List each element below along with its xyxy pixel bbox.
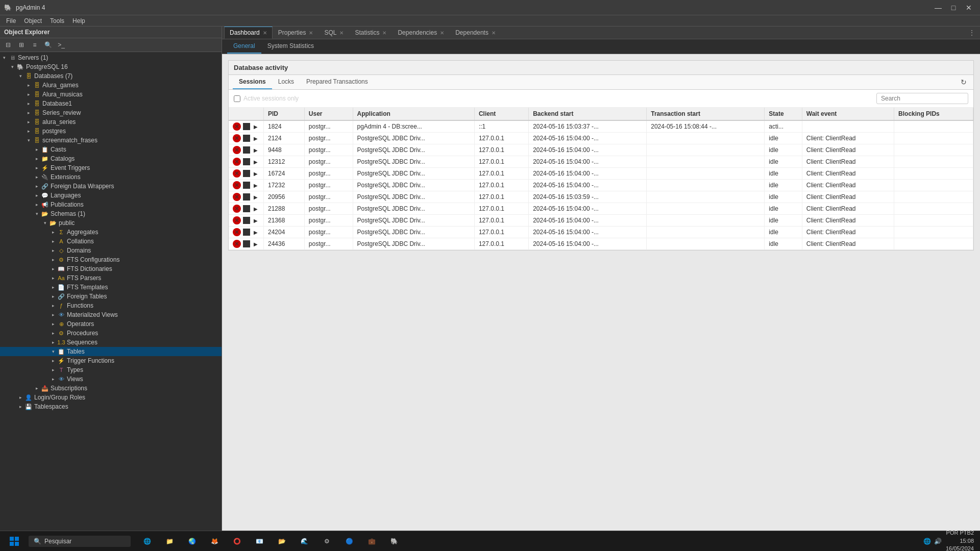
tree-node-servers[interactable]: ▾ 🖥 Servers (1) xyxy=(0,53,222,62)
tree-expander-fts_configurations[interactable]: ▸ xyxy=(49,256,57,264)
tab-dependencies[interactable]: Dependencies ✕ xyxy=(392,27,450,39)
cancel-button-1[interactable]: ■ xyxy=(243,135,250,142)
tree-expander-servers[interactable]: ▾ xyxy=(0,54,8,62)
tree-expander-public[interactable]: ▾ xyxy=(41,219,49,227)
tree-expander-domains[interactable]: ▸ xyxy=(49,246,57,255)
menu-tools[interactable]: Tools xyxy=(46,16,68,26)
tab-sql[interactable]: SQL ✕ xyxy=(318,27,349,39)
tree-expander-languages[interactable]: ▸ xyxy=(33,191,41,199)
tree-node-domains[interactable]: ▸ ◇ Domains xyxy=(0,246,222,255)
tab-properties-close[interactable]: ✕ xyxy=(309,30,313,36)
terminate-button-7[interactable]: ✕ xyxy=(233,205,241,213)
tree-node-databases[interactable]: ▾ 🗄 Databases (7) xyxy=(0,71,222,81)
tree-node-subscriptions[interactable]: ▸ 📥 Subscriptions xyxy=(0,384,222,393)
tab-dependents-close[interactable]: ✕ xyxy=(492,30,496,36)
tab-statistics-close[interactable]: ✕ xyxy=(382,30,386,36)
sub-tab-general[interactable]: General xyxy=(227,39,261,54)
tree-expander-publications[interactable]: ▸ xyxy=(33,201,41,209)
expand-button-7[interactable]: ▶ xyxy=(252,205,259,212)
tree-expander-sequences[interactable]: ▸ xyxy=(49,338,57,346)
tree-expander-pg16[interactable]: ▾ xyxy=(8,63,16,71)
tree-node-tables[interactable]: ▾ 📋 Tables xyxy=(0,347,222,356)
cancel-button-8[interactable]: ■ xyxy=(243,217,250,224)
expand-button-3[interactable]: ▶ xyxy=(252,158,259,165)
tree-node-materialized_views[interactable]: ▸ 👁 Materialized Views xyxy=(0,310,222,319)
taskbar-app-4[interactable]: 🦊 xyxy=(204,531,225,552)
terminate-button-2[interactable]: ✕ xyxy=(233,146,241,154)
tree-node-trigger_functions[interactable]: ▸ ⚡ Trigger Functions xyxy=(0,356,222,365)
terminate-button-1[interactable]: ✕ xyxy=(233,134,241,142)
close-button[interactable]: ✕ xyxy=(962,3,976,13)
start-button[interactable] xyxy=(2,531,27,552)
expand-button-1[interactable]: ▶ xyxy=(252,135,259,142)
tree-expander-tablespaces[interactable]: ▸ xyxy=(16,403,24,411)
taskbar-app-10[interactable]: 🔵 xyxy=(339,531,359,552)
taskbar-search[interactable]: 🔍 Pesquisar xyxy=(29,536,131,547)
tree-node-database1[interactable]: ▸ 🗄 Database1 xyxy=(0,99,222,108)
taskbar-app-7[interactable]: 📂 xyxy=(272,531,292,552)
cancel-button-3[interactable]: ■ xyxy=(243,158,250,165)
tree-node-postgres[interactable]: ▸ 🗄 postgres xyxy=(0,127,222,136)
taskbar-app-6[interactable]: 📧 xyxy=(249,531,270,552)
tab-properties[interactable]: Properties ✕ xyxy=(273,27,319,39)
menu-file[interactable]: File xyxy=(2,16,20,26)
tree-expander-event_triggers[interactable]: ▸ xyxy=(33,164,41,172)
terminate-button-4[interactable]: ✕ xyxy=(233,169,241,178)
taskbar-app-2[interactable]: 📁 xyxy=(159,531,180,552)
tree-node-foreign_tables[interactable]: ▸ 🔗 Foreign Tables xyxy=(0,292,222,301)
tree-node-alura_series[interactable]: ▸ 🗄 alura_series xyxy=(0,117,222,127)
tab-dashboard-close[interactable]: ✕ xyxy=(263,30,267,36)
tree-expander-subscriptions[interactable]: ▸ xyxy=(33,384,41,392)
tree-expander-views[interactable]: ▸ xyxy=(49,375,57,383)
tree-node-event_triggers[interactable]: ▸ ⚡ Event Triggers xyxy=(0,163,222,172)
terminate-button-5[interactable]: ✕ xyxy=(233,181,241,189)
tree-expander-login_group_roles[interactable]: ▸ xyxy=(16,393,24,402)
cancel-button-6[interactable]: ■ xyxy=(243,193,250,201)
tree-expander-casts[interactable]: ▸ xyxy=(33,145,41,154)
terminate-button-3[interactable]: ✕ xyxy=(233,158,241,166)
taskbar-app-11[interactable]: 💼 xyxy=(361,531,382,552)
cancel-button-2[interactable]: ■ xyxy=(243,146,250,154)
tree-node-fts_configurations[interactable]: ▸ ⚙ FTS Configurations xyxy=(0,255,222,264)
terminate-button-9[interactable]: ✕ xyxy=(233,228,241,236)
tab-dependencies-close[interactable]: ✕ xyxy=(440,30,444,36)
tree-expander-types[interactable]: ▸ xyxy=(49,366,57,374)
toolbar-search-btn[interactable]: 🔍 xyxy=(42,39,54,51)
tree-node-aggregates[interactable]: ▸ Σ Aggregates xyxy=(0,228,222,237)
tree-expander-alura_musicas[interactable]: ▸ xyxy=(24,90,33,98)
expand-button-6[interactable]: ▶ xyxy=(252,193,259,201)
taskbar-app-12[interactable]: 🐘 xyxy=(384,531,404,552)
tree-node-pg16[interactable]: ▾ 🐘 PostgreSQL 16 xyxy=(0,62,222,71)
maximize-button[interactable]: □ xyxy=(946,3,961,13)
tree-expander-series_review[interactable]: ▸ xyxy=(24,109,33,117)
menu-help[interactable]: Help xyxy=(68,16,89,26)
tab-dependents[interactable]: Dependents ✕ xyxy=(450,27,501,39)
tree-expander-catalogs[interactable]: ▸ xyxy=(33,155,41,163)
tree-expander-aggregates[interactable]: ▸ xyxy=(49,228,57,236)
tree-expander-foreign_data_wrappers[interactable]: ▸ xyxy=(33,182,41,190)
tab-sql-close[interactable]: ✕ xyxy=(339,30,344,36)
tree-node-catalogs[interactable]: ▸ 📁 Catalogs xyxy=(0,154,222,163)
expand-button-4[interactable]: ▶ xyxy=(252,170,259,177)
tree-expander-fts_dictionaries[interactable]: ▸ xyxy=(49,265,57,273)
search-input[interactable] xyxy=(876,93,968,104)
taskbar-app-9[interactable]: ⚙ xyxy=(316,531,337,552)
tree-expander-functions[interactable]: ▸ xyxy=(49,302,57,310)
menu-object[interactable]: Object xyxy=(20,16,46,26)
tree-expander-alura_series[interactable]: ▸ xyxy=(24,118,33,126)
expand-button-8[interactable]: ▶ xyxy=(252,217,259,224)
terminate-button-0[interactable]: ✕ xyxy=(233,122,241,131)
tree-expander-fts_parsers[interactable]: ▸ xyxy=(49,274,57,282)
tab-dashboard[interactable]: Dashboard ✕ xyxy=(224,27,273,39)
tab-statistics[interactable]: Statistics ✕ xyxy=(349,27,392,39)
activity-tab-locks[interactable]: Locks xyxy=(272,75,300,89)
active-sessions-checkbox[interactable] xyxy=(234,95,240,102)
taskbar-app-8[interactable]: 🌊 xyxy=(294,531,314,552)
cancel-button-0[interactable]: ■ xyxy=(243,123,250,130)
tree-expander-database1[interactable]: ▸ xyxy=(24,99,33,108)
tree-node-alura_games[interactable]: ▸ 🗄 Alura_games xyxy=(0,81,222,90)
tree-node-alura_musicas[interactable]: ▸ 🗄 Alura_musicas xyxy=(0,90,222,99)
tree-node-series_review[interactable]: ▸ 🗄 Series_review xyxy=(0,108,222,117)
terminate-button-10[interactable]: ✕ xyxy=(233,240,241,248)
tree-node-views[interactable]: ▸ 👁 Views xyxy=(0,374,222,384)
